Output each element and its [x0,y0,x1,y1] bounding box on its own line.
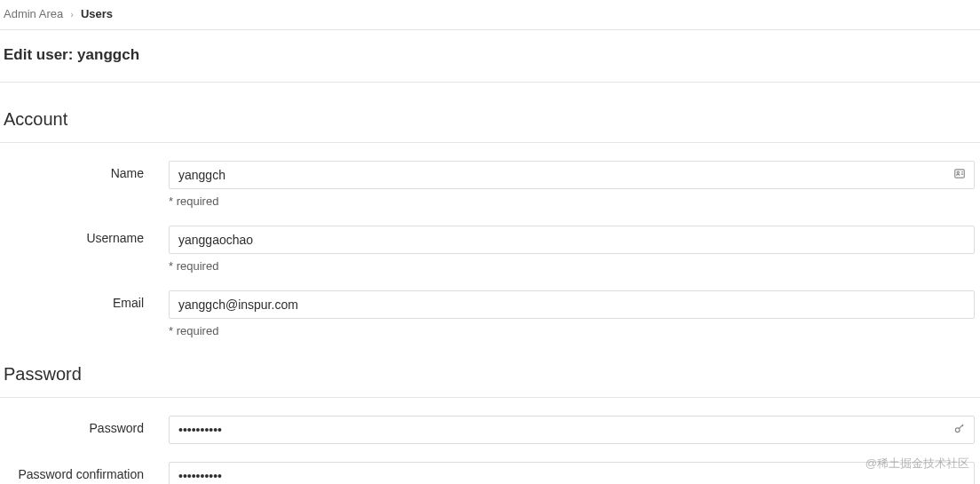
name-input[interactable] [169,161,975,189]
breadcrumb-current: Users [81,7,113,20]
svg-point-1 [957,171,959,173]
form-row-password-confirmation: Password confirmation [0,462,980,484]
section-title-account: Account [0,83,980,143]
email-help: * required [169,324,975,337]
form-row-username: Username * required [0,226,980,273]
form-row-name: Name * required [0,161,980,208]
breadcrumb: Admin Area › Users [0,0,980,30]
contact-card-icon [953,168,966,183]
username-help: * required [169,259,975,273]
username-label: Username [0,226,169,245]
key-icon [953,423,966,438]
password-input[interactable] [169,416,975,444]
password-confirmation-input[interactable] [169,462,975,484]
email-label: Email [0,290,169,310]
password-label: Password [0,416,169,435]
page-title: Edit user: yanggch [0,30,980,83]
breadcrumb-root-link[interactable]: Admin Area [4,7,63,20]
password-confirmation-label: Password confirmation [0,462,169,481]
username-input[interactable] [169,226,975,254]
svg-point-4 [955,428,960,432]
name-help: * required [169,194,975,208]
section-title-password: Password [0,337,980,398]
form-row-password: Password [0,416,980,444]
name-label: Name [0,161,169,180]
form-row-email: Email * required [0,290,980,337]
chevron-right-icon: › [70,9,74,20]
email-input[interactable] [169,290,975,319]
